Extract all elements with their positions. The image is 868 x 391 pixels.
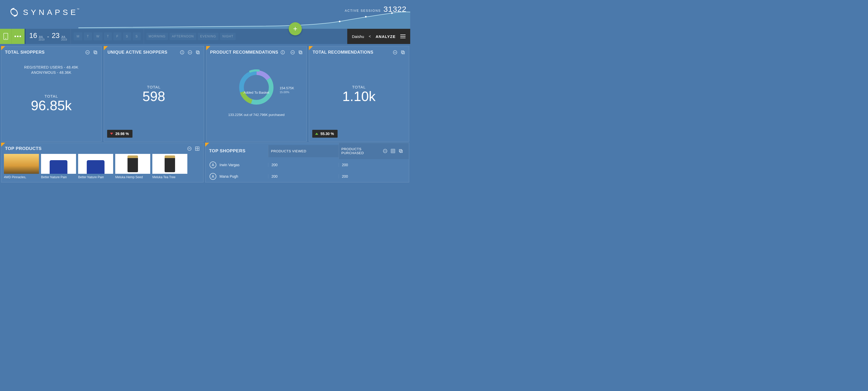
period-morning[interactable]: MORNING — [146, 33, 168, 40]
svg-point-4 — [5, 38, 6, 39]
user-name: Daishu — [352, 34, 364, 39]
collapse-icon[interactable] — [188, 50, 192, 55]
card-title: TOTAL RECOMMENDATIONS — [313, 50, 373, 55]
grid-icon[interactable] — [195, 146, 199, 151]
collapse-icon[interactable] — [383, 149, 388, 153]
product-thumb[interactable]: Meluka Tea Tree — [152, 154, 187, 179]
active-sessions: ACTIVE SESSIONS 31322 — [345, 5, 407, 13]
device-mobile-button[interactable] — [0, 29, 11, 44]
product-thumb[interactable]: Meluka Hemp Seed — [115, 154, 150, 179]
info-icon[interactable] — [180, 50, 184, 55]
brand-logo: SYNAPSE™ — [9, 7, 82, 17]
product-thumb[interactable]: 4WD Pinnacles, — [4, 154, 39, 179]
svg-rect-7 — [94, 51, 96, 53]
card-product-recommendations: PRODUCT RECOMMENDATIONS Added To Basket — [206, 46, 307, 142]
card-unique-active-shoppers: UNIQUE ACTIVE SHOPPERS TOTAL 598 29.98 % — [104, 46, 204, 142]
weekday-filter: M T W T F S S — [70, 29, 144, 44]
svg-point-45 — [212, 175, 214, 177]
avatar-icon — [210, 173, 216, 180]
svg-rect-21 — [299, 51, 301, 53]
logo-mark-icon — [9, 7, 19, 17]
date-from-day: 16 — [29, 32, 37, 40]
svg-rect-14 — [196, 51, 198, 53]
panel-top-products: TOP PRODUCTS 4WD Pinnacles, Better Natur… — [1, 143, 204, 183]
donut-caption: 133.225K out of 742.796K purchased — [207, 113, 307, 117]
day-thu[interactable]: T — [104, 32, 112, 40]
day-fri[interactable]: F — [114, 32, 121, 40]
card-title: PRODUCT RECOMMENDATIONS — [210, 50, 278, 55]
toolbar: ••• 16 JUL2019 - 23 JUL2019 M T W T F S … — [0, 29, 410, 44]
donut-center-label: Added To Basket — [244, 90, 269, 94]
active-sessions-value: 31322 — [383, 5, 407, 13]
svg-rect-22 — [300, 52, 302, 54]
change-badge-up: 55.30 % — [312, 130, 338, 138]
grid-icon[interactable] — [391, 149, 395, 153]
svg-rect-31 — [402, 52, 404, 54]
date-range-picker[interactable]: 16 JUL2019 - 23 JUL2019 — [25, 29, 70, 44]
svg-point-18 — [282, 51, 283, 52]
donut-callout-value: 154.575K — [280, 86, 294, 90]
col-products-purchased: PRODUCTS PURCHASED — [341, 147, 383, 155]
caret-up-icon — [315, 133, 318, 135]
day-sun[interactable]: S — [133, 32, 141, 40]
mode-label: ANALYZE — [376, 34, 396, 39]
panel-title: TOP PRODUCTS — [5, 146, 41, 151]
svg-rect-42 — [399, 149, 402, 152]
day-sat[interactable]: S — [123, 32, 131, 40]
panel-title: TOP SHOPPERS — [205, 145, 268, 157]
svg-rect-15 — [197, 52, 199, 54]
table-row[interactable]: Mana Pugh 200 200 — [205, 171, 409, 182]
svg-point-0 — [339, 21, 340, 22]
product-thumb[interactable]: Better Nature Pain — [41, 154, 76, 179]
mobile-icon — [3, 33, 8, 40]
donut-callout-pct: 15.00% — [280, 90, 294, 94]
chevron-left-icon: < — [369, 34, 371, 38]
copy-icon[interactable] — [399, 149, 403, 153]
info-icon[interactable] — [280, 50, 285, 55]
day-mon[interactable]: M — [74, 32, 82, 40]
user-mode-bar[interactable]: Daishu < ANALYZE — [347, 29, 410, 44]
day-tue[interactable]: T — [84, 32, 92, 40]
caret-down-icon — [110, 133, 113, 135]
donut-chart: Added To Basket 154.575K 15.00% 133.225K… — [207, 68, 307, 117]
collapse-icon[interactable] — [290, 50, 295, 55]
menu-icon[interactable] — [400, 34, 405, 38]
copy-icon[interactable] — [195, 50, 200, 55]
brand-name: SYNAPSE™ — [23, 8, 82, 17]
plus-icon: + — [293, 25, 297, 33]
total-recs-value: 1.10k — [309, 89, 409, 104]
ellipsis-icon: ••• — [14, 33, 22, 40]
collapse-icon[interactable] — [187, 146, 192, 151]
copy-icon[interactable] — [93, 50, 98, 55]
table-row[interactable]: Irwin Vargas 200 200 — [205, 159, 409, 171]
svg-point-11 — [182, 51, 182, 52]
more-button[interactable]: ••• — [11, 29, 25, 44]
app-header: SYNAPSE™ ACTIVE SESSIONS 31322 — [0, 0, 410, 29]
avatar-icon — [210, 162, 216, 168]
add-button[interactable]: + — [289, 22, 302, 35]
collapse-icon[interactable] — [393, 50, 397, 55]
period-afternoon[interactable]: AFTERNOON — [169, 33, 196, 40]
svg-rect-30 — [401, 51, 404, 53]
card-title: TOTAL SHOPPERS — [5, 50, 45, 55]
day-wed[interactable]: W — [94, 32, 102, 40]
period-night[interactable]: NIGHT — [220, 33, 236, 40]
unique-active-value: 598 — [104, 89, 204, 104]
panel-top-shoppers: TOP SHOPPERS PRODUCTS VIEWED PRODUCTS PU… — [205, 143, 409, 183]
period-evening[interactable]: EVENING — [198, 33, 218, 40]
copy-icon[interactable] — [298, 50, 303, 55]
card-title: UNIQUE ACTIVE SHOPPERS — [107, 50, 167, 55]
total-shoppers-value: 96.85k — [1, 99, 101, 113]
registered-users-line: REGISTERED USERS - 48.49K — [1, 65, 101, 69]
svg-point-44 — [212, 164, 214, 165]
change-badge-down: 29.98 % — [107, 130, 132, 138]
active-sessions-label: ACTIVE SESSIONS — [345, 9, 381, 12]
anonymous-line: ANONYMOUS - 48.36K — [1, 71, 101, 75]
product-thumb[interactable]: Better Nature Pain — [78, 154, 113, 179]
copy-icon[interactable] — [401, 50, 405, 55]
col-products-viewed: PRODUCTS VIEWED — [268, 145, 339, 157]
collapse-icon[interactable] — [85, 50, 90, 55]
svg-rect-8 — [95, 52, 97, 54]
card-total-recommendations: TOTAL RECOMMENDATIONS TOTAL 1.10k 55.30 … — [309, 46, 409, 142]
date-to-day: 23 — [52, 32, 60, 40]
